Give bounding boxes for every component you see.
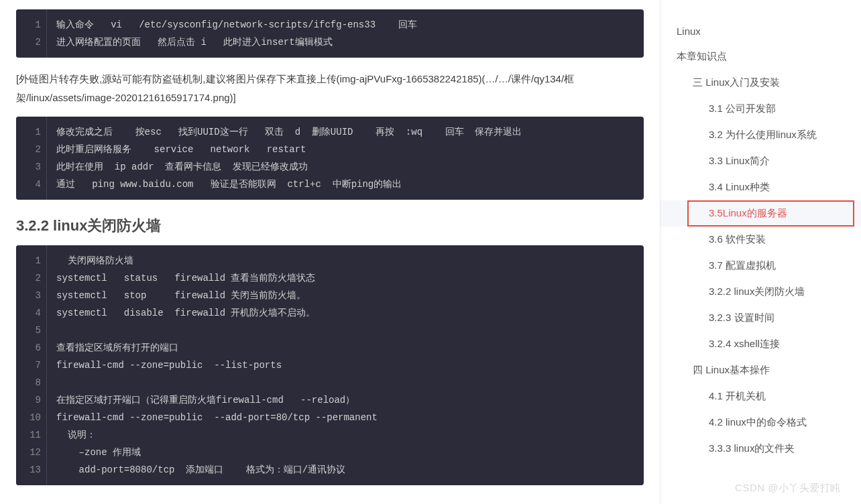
toc-item[interactable]: 4.1 开机关机 <box>661 383 861 410</box>
article-main: 1 2 输入命令 vi /etc/sysconfig/network-scrip… <box>0 0 660 504</box>
broken-image-note: [外链图片转存失败,源站可能有防盗链机制,建议将图片保存下来直接上传(img-a… <box>16 70 644 107</box>
code-gutter: 1 2 3 4 <box>16 117 47 200</box>
toc-item[interactable]: 3.2.2 linux关闭防火墙 <box>661 279 861 305</box>
toc-item[interactable]: 本章知识点 <box>661 44 861 70</box>
lineno: 3 <box>24 287 41 304</box>
toc-item[interactable]: 3.2 为什么使用linux系统 <box>661 122 861 148</box>
code-block-1: 1 2 输入命令 vi /etc/sysconfig/network-scrip… <box>16 9 644 58</box>
lineno: 9 <box>24 391 41 409</box>
toc-item[interactable]: 3.6 软件安装 <box>661 227 861 253</box>
lineno: 2 <box>24 141 41 158</box>
lineno: 2 <box>24 269 41 287</box>
lineno: 8 <box>24 374 41 391</box>
toc-item[interactable]: 3.5Linux的服务器 <box>661 200 861 227</box>
toc-item[interactable]: 四 Linux基本操作 <box>661 357 861 383</box>
toc-item[interactable]: 3.2.4 xshell连接 <box>661 331 861 357</box>
code-content[interactable]: 关闭网络防火墙 systemctl status firewalld 查看当前防… <box>47 245 644 485</box>
lineno: 5 <box>24 322 41 339</box>
code-gutter: 1 2 3 4 5 6 7 8 9 10 11 12 13 <box>16 245 47 485</box>
lineno: 6 <box>24 339 41 357</box>
toc-item[interactable]: 3.7 配置虚拟机 <box>661 253 861 279</box>
toc-item[interactable]: 三 Linux入门及安装 <box>661 70 861 96</box>
toc-item[interactable]: 3.2.3 设置时间 <box>661 305 861 331</box>
lineno: 1 <box>24 16 41 34</box>
toc-sidebar: Linux本章知识点三 Linux入门及安装3.1 公司开发部3.2 为什么使用… <box>660 0 861 504</box>
section-heading-firewall: 3.2.2 linux关闭防火墙 <box>16 216 644 236</box>
lineno: 3 <box>24 158 41 176</box>
code-content[interactable]: 输入命令 vi /etc/sysconfig/network-scripts/i… <box>47 9 644 58</box>
code-content[interactable]: 修改完成之后 按esc 找到UUID这一行 双击 d 删除UUID 再按 :wq… <box>47 117 644 200</box>
lineno: 4 <box>24 304 41 322</box>
toc-item[interactable]: 3.1 公司开发部 <box>661 96 861 122</box>
toc-item[interactable]: 4.2 linux中的命令格式 <box>661 410 861 436</box>
lineno: 11 <box>24 426 41 444</box>
lineno: 2 <box>24 34 41 51</box>
toc-item[interactable]: 3.3.3 linux的文件夹 <box>661 436 861 462</box>
lineno: 13 <box>24 461 41 479</box>
lineno: 12 <box>24 444 41 461</box>
lineno: 7 <box>24 357 41 374</box>
lineno: 1 <box>24 252 41 269</box>
toc-item[interactable]: 3.4 Linux种类 <box>661 174 861 200</box>
code-block-2: 1 2 3 4 修改完成之后 按esc 找到UUID这一行 双击 d 删除UUI… <box>16 117 644 200</box>
code-block-3: 1 2 3 4 5 6 7 8 9 10 11 12 13 关闭网络防火墙 sy… <box>16 245 644 485</box>
lineno: 4 <box>24 176 41 193</box>
code-gutter: 1 2 <box>16 9 47 58</box>
toc-item[interactable]: Linux <box>661 19 861 44</box>
lineno: 1 <box>24 123 41 141</box>
lineno: 10 <box>24 409 41 426</box>
toc-item[interactable]: 3.3 Linux简介 <box>661 148 861 174</box>
